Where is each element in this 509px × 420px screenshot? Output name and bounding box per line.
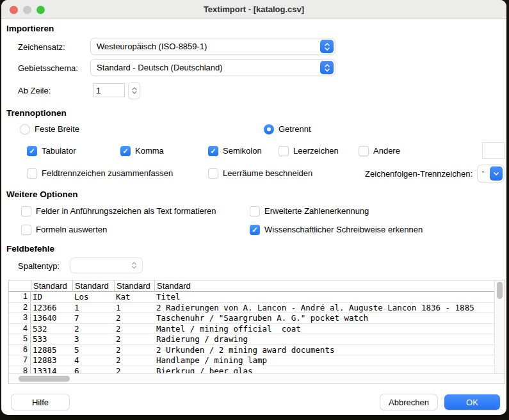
scientific-notation-label: Wissenschaftlicher Schreibweise erkennen — [264, 225, 423, 234]
preview-table: Standard Standard Standard Standard 1IDL… — [8, 280, 505, 384]
checkbox-box — [21, 225, 31, 235]
fixed-width-radio[interactable]: Feste Breite — [20, 124, 79, 134]
table-cell: 532 — [31, 324, 72, 334]
checkbox-box — [250, 206, 260, 216]
column-header[interactable]: Standard — [31, 280, 72, 291]
trim-spaces-checkbox[interactable]: Leerräume beschneiden — [208, 168, 312, 179]
checkbox-box — [208, 146, 218, 156]
table-cell: 1 — [72, 303, 114, 313]
trim-spaces-label: Leerräume beschneiden — [223, 168, 312, 178]
table-cell: Radierung / drawing — [154, 334, 494, 344]
leerzeichen-label: Leerzeichen — [293, 146, 339, 156]
from-row-stepper[interactable] — [129, 83, 140, 99]
table-row[interactable]: 553332Radierung / drawing — [9, 334, 494, 345]
column-header[interactable]: Standard — [154, 280, 494, 291]
table-cell: 4 — [72, 355, 114, 366]
table-body: 1IDLosKatTitel212366112 Radierungen von … — [9, 292, 494, 374]
radio-circle — [20, 124, 30, 134]
horizontal-scrollbar-thumb[interactable] — [19, 376, 70, 382]
fixed-width-label: Feste Breite — [35, 124, 79, 134]
cancel-button[interactable]: Abbrechen — [380, 394, 437, 410]
column-type-select — [70, 258, 142, 273]
table-row[interactable]: 71288342Handlampe / mining lamp — [9, 355, 494, 366]
textimport-dialog: Textimport - [katalog.csv] Importieren Z… — [1, 0, 506, 415]
row-number: 6 — [9, 345, 31, 355]
semikolon-label: Semikolon — [223, 146, 262, 156]
section-heading-other-options: Weitere Optionen — [6, 190, 78, 199]
string-delimiter-combobox[interactable]: ' — [478, 165, 504, 182]
column-header[interactable] — [9, 280, 31, 291]
horizontal-scrollbar[interactable] — [9, 373, 505, 384]
chevron-up-down-icon — [320, 61, 334, 74]
evaluate-formulas-checkbox[interactable]: Formeln auswerten — [21, 224, 107, 235]
column-header[interactable]: Standard — [114, 280, 154, 291]
charset-value: Westeuropäisch (ISO-8859-1) — [97, 42, 320, 51]
table-cell: Handlampe / mining lamp — [154, 355, 494, 366]
tabulator-checkbox[interactable]: Tabulator — [27, 145, 76, 156]
other-delimiter-input[interactable] — [482, 142, 505, 159]
table-cell: 2 Radierungen von A. Lancon - André al. … — [154, 303, 494, 313]
string-delimiter-label: Zeichenfolgen-Trennzeichen: — [365, 169, 473, 179]
scientific-notation-checkbox[interactable]: Wissenschaftlicher Schreibweise erkennen — [250, 224, 423, 235]
checkbox-box — [21, 206, 31, 216]
zoom-button[interactable] — [36, 6, 45, 14]
titlebar[interactable]: Textimport - [katalog.csv] — [1, 0, 506, 19]
tabulator-label: Tabulator — [42, 146, 76, 156]
table-cell: 12366 — [31, 303, 72, 313]
semikolon-checkbox[interactable]: Semikolon — [208, 145, 262, 156]
table-cell: 2 — [72, 324, 114, 334]
close-button[interactable] — [10, 6, 18, 14]
section-heading-import: Importieren — [6, 24, 54, 33]
chevron-up-down-icon — [127, 259, 141, 272]
table-row[interactable]: 1IDLosKatTitel — [9, 292, 494, 303]
leerzeichen-checkbox[interactable]: Leerzeichen — [279, 145, 339, 156]
column-type-label: Spaltentyp: — [18, 261, 60, 271]
checkbox-box — [250, 225, 260, 235]
special-numbers-checkbox[interactable]: Erweiterte Zahlenerkennung — [250, 206, 369, 216]
string-delimiter-value: ' — [482, 169, 483, 179]
table-cell: Mantel / mining official coat — [154, 324, 494, 334]
table-row[interactable]: 612885522 Urkunden / 2 mining award docu… — [9, 345, 494, 356]
checkbox-box — [279, 146, 289, 156]
quoted-as-text-checkbox[interactable]: Felder in Anführungszeichen als Text for… — [21, 206, 216, 216]
table-row[interactable]: 453222Mantel / mining official coat — [9, 324, 494, 335]
row-number: 2 — [9, 303, 31, 313]
locale-value: Standard - Deutsch (Deutschland) — [97, 63, 320, 72]
row-number: 5 — [9, 334, 31, 344]
table-cell: 2 Urkunden / 2 mining award documents — [154, 345, 494, 355]
row-number: 3 — [9, 313, 31, 323]
section-heading-separator: Trennoptionen — [6, 108, 67, 118]
preview-table-header: Standard Standard Standard Standard — [9, 280, 494, 292]
charset-select[interactable]: Westeuropäisch (ISO-8859-1) — [91, 38, 335, 54]
locale-select[interactable]: Standard - Deutsch (Deutschland) — [91, 60, 335, 76]
table-row[interactable]: 31364072Taschenuhr / "Saargruben A. G." … — [9, 313, 494, 324]
separated-radio[interactable]: Getrennt — [264, 124, 311, 134]
vertical-scrollbar[interactable] — [494, 280, 505, 373]
table-cell: Los — [72, 292, 114, 302]
charset-label: Zeichensatz: — [18, 42, 65, 52]
merge-delimiters-checkbox[interactable]: Feldtrennzeichen zusammenfassen — [27, 168, 173, 179]
minimize-button[interactable] — [23, 6, 31, 14]
locale-label: Gebietsschema: — [18, 63, 78, 73]
row-number: 1 — [9, 292, 31, 302]
column-header[interactable]: Standard — [72, 280, 114, 291]
andere-checkbox[interactable]: Andere — [359, 145, 400, 156]
table-cell: Titel — [154, 292, 494, 302]
table-cell: 7 — [72, 313, 114, 323]
help-button[interactable]: Hilfe — [12, 394, 69, 410]
table-cell: 3 — [72, 334, 114, 344]
chevron-up-icon — [132, 87, 137, 90]
from-row-input[interactable] — [93, 83, 125, 97]
vertical-scrollbar-thumb[interactable] — [497, 282, 503, 299]
andere-label: Andere — [373, 146, 400, 156]
window-title: Textimport - [katalog.csv] — [204, 4, 304, 14]
evaluate-formulas-label: Formeln auswerten — [36, 225, 107, 234]
table-cell: 2 — [114, 313, 154, 323]
table-cell: ID — [31, 292, 72, 302]
table-row[interactable]: 212366112 Radierungen von A. Lancon - An… — [9, 303, 494, 314]
komma-checkbox[interactable]: Komma — [120, 145, 164, 156]
ok-button[interactable]: OK — [444, 394, 500, 410]
chevron-down-icon — [490, 166, 503, 181]
table-cell: 5 — [72, 345, 114, 355]
merge-delimiters-label: Feldtrennzeichen zusammenfassen — [42, 168, 173, 178]
